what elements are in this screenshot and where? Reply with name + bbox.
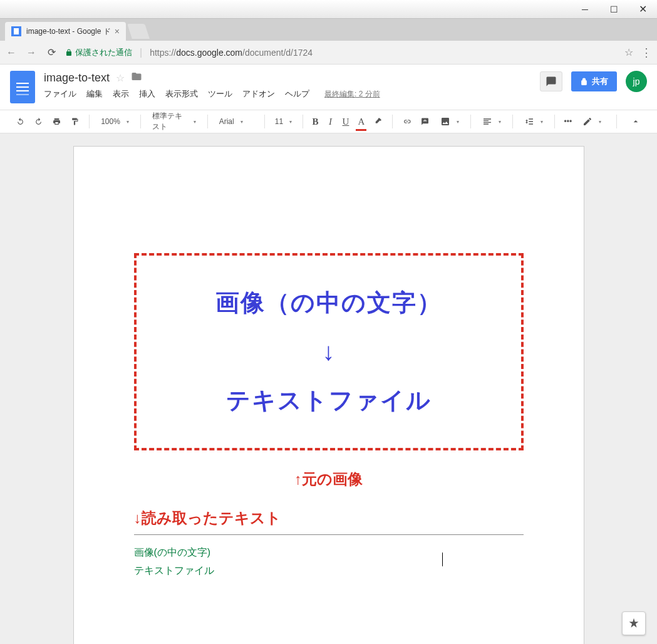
align-icon[interactable] bbox=[477, 114, 506, 129]
account-avatar[interactable]: jp bbox=[626, 71, 647, 92]
editing-mode-icon[interactable] bbox=[577, 114, 606, 129]
bookmark-star-icon[interactable]: ☆ bbox=[624, 46, 633, 58]
menu-insert[interactable]: 挿入 bbox=[139, 88, 155, 100]
forward-icon[interactable]: → bbox=[25, 47, 38, 58]
browser-menu-icon[interactable]: ⋮ bbox=[641, 46, 652, 60]
paint-format-icon[interactable] bbox=[67, 114, 83, 129]
window-titlebar: ─ ☐ ✕ bbox=[0, 0, 657, 19]
collapse-toolbar-icon[interactable] bbox=[627, 114, 644, 129]
address-bar: ← → ⟳ 保護された通信 | https://docs.google.com/… bbox=[0, 41, 657, 65]
menu-edit[interactable]: 編集 bbox=[86, 88, 103, 100]
image-arrow: ↓ bbox=[149, 338, 509, 366]
text-color-button[interactable]: A bbox=[354, 114, 368, 130]
italic-button[interactable]: I bbox=[324, 114, 337, 130]
comments-button[interactable] bbox=[540, 71, 562, 91]
browser-tabstrip: image-to-text - Google ド × bbox=[0, 19, 657, 41]
ocr-result-line1[interactable]: 画像(の中の文字) bbox=[134, 544, 524, 562]
url-field[interactable]: https://docs.google.com/document/d/1724 bbox=[150, 48, 617, 58]
secure-label: 保護された通信 bbox=[75, 47, 132, 58]
insert-image-icon[interactable] bbox=[435, 114, 464, 129]
highlight-color-icon[interactable] bbox=[370, 114, 386, 129]
docs-title-area: image-to-text ☆ ファイル 編集 表示 挿入 表示形式 ツール ア… bbox=[44, 71, 380, 100]
embedded-image[interactable]: 画像（の中の文字） ↓ テキストファイル bbox=[134, 253, 524, 450]
tab-close-icon[interactable]: × bbox=[115, 26, 120, 36]
svg-rect-2 bbox=[423, 120, 427, 121]
format-toolbar: 100% 標準テキスト Arial 11 B I U A ••• bbox=[0, 110, 657, 133]
menu-help[interactable]: ヘルプ bbox=[285, 88, 309, 100]
explore-button[interactable] bbox=[622, 611, 646, 635]
paragraph-style-select[interactable]: 標準テキスト bbox=[147, 108, 201, 135]
redo-icon[interactable] bbox=[31, 114, 46, 129]
tab-title: image-to-text - Google ド bbox=[26, 26, 111, 37]
menu-tools[interactable]: ツール bbox=[208, 88, 232, 100]
insert-link-icon[interactable] bbox=[399, 114, 415, 129]
ocr-result-line2[interactable]: テキストファイル bbox=[134, 562, 524, 580]
last-edit-label[interactable]: 最終編集: 2 分前 bbox=[324, 89, 380, 100]
caption-original-image[interactable]: ↑元の画像 bbox=[134, 469, 524, 489]
zoom-select[interactable]: 100% bbox=[96, 115, 134, 128]
menu-file[interactable]: ファイル bbox=[44, 88, 76, 100]
share-button[interactable]: 共有 bbox=[571, 71, 617, 91]
minimize-button[interactable]: ─ bbox=[571, 0, 599, 19]
back-icon[interactable]: ← bbox=[5, 47, 18, 58]
line-spacing-icon[interactable] bbox=[519, 114, 548, 129]
docs-header-right: 共有 jp bbox=[540, 71, 647, 92]
image-text-line2: テキストファイル bbox=[149, 385, 509, 417]
undo-icon[interactable] bbox=[13, 114, 28, 129]
addr-divider: | bbox=[140, 47, 142, 58]
insert-comment-icon[interactable] bbox=[417, 114, 433, 129]
menu-addons[interactable]: アドオン bbox=[242, 88, 275, 100]
maximize-button[interactable]: ☐ bbox=[599, 0, 628, 19]
more-tools-button[interactable]: ••• bbox=[561, 115, 575, 128]
docs-logo-icon[interactable] bbox=[10, 71, 35, 103]
move-folder-icon[interactable] bbox=[131, 71, 142, 85]
document-canvas[interactable]: 画像（の中の文字） ↓ テキストファイル ↑元の画像 ↓読み取ったテキスト 画像… bbox=[0, 133, 657, 644]
print-icon[interactable] bbox=[49, 114, 65, 129]
share-label: 共有 bbox=[592, 76, 608, 87]
menu-format[interactable]: 表示形式 bbox=[165, 88, 198, 100]
star-document-icon[interactable]: ☆ bbox=[116, 72, 125, 84]
bold-button[interactable]: B bbox=[309, 114, 321, 130]
document-title[interactable]: image-to-text bbox=[44, 71, 110, 85]
docs-favicon-icon bbox=[11, 26, 21, 36]
text-cursor bbox=[442, 553, 443, 566]
reload-icon[interactable]: ⟳ bbox=[45, 46, 58, 58]
caption-read-text[interactable]: ↓読み取ったテキスト bbox=[134, 508, 524, 528]
font-select[interactable]: Arial bbox=[214, 115, 258, 128]
docs-menubar: ファイル 編集 表示 挿入 表示形式 ツール アドオン ヘルプ 最終編集: 2 … bbox=[44, 88, 380, 100]
close-button[interactable]: ✕ bbox=[628, 0, 657, 19]
docs-header: image-to-text ☆ ファイル 編集 表示 挿入 表示形式 ツール ア… bbox=[0, 65, 657, 103]
horizontal-rule bbox=[134, 534, 524, 535]
secure-lock-icon: 保護された通信 bbox=[65, 47, 132, 58]
menu-view[interactable]: 表示 bbox=[113, 88, 129, 100]
document-page[interactable]: 画像（の中の文字） ↓ テキストファイル ↑元の画像 ↓読み取ったテキスト 画像… bbox=[73, 146, 584, 644]
image-text-line1: 画像（の中の文字） bbox=[149, 287, 509, 319]
underline-button[interactable]: U bbox=[339, 114, 353, 130]
font-size-select[interactable]: 11 bbox=[271, 115, 296, 128]
browser-tab[interactable]: image-to-text - Google ド × bbox=[5, 22, 126, 41]
new-tab-button[interactable] bbox=[127, 24, 150, 39]
